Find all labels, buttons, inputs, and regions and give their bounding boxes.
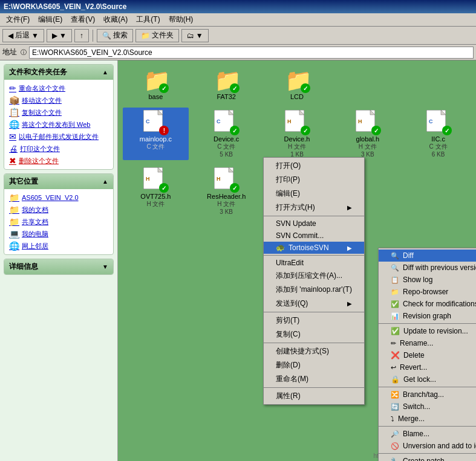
task-print[interactable]: 🖨 打印这个文件 (9, 143, 108, 155)
log-icon: 📋 (391, 276, 399, 284)
svn-rename[interactable]: ✏ Rename... (379, 337, 476, 349)
svn-revert[interactable]: ↩ Revert... (379, 361, 476, 373)
ctx-create-shortcut[interactable]: 创建快捷方式(S) (264, 344, 364, 358)
ctx-send-to[interactable]: 发送到(Q) ▶ (264, 297, 364, 311)
ctx-tortoise-svn[interactable]: 🐢 TortoiseSVN ▶ (264, 242, 364, 254)
list-item[interactable]: H ✓ OVT725.h H 文件 (123, 165, 189, 218)
list-item[interactable]: 📁 ✓ FAT32 (194, 65, 259, 103)
ctx-add-rar[interactable]: 添加到 'mainloop.rar'(T) (264, 283, 364, 297)
menu-bar: 文件(F) 编辑(E) 查看(V) 收藏(A) 工具(T) 帮助(H) (0, 13, 476, 27)
context-separator (379, 387, 476, 387)
back-dropdown-icon: ▼ (31, 31, 39, 40)
menu-help[interactable]: 帮助(H) (165, 13, 197, 26)
forward-dropdown-icon: ▼ (59, 31, 67, 40)
location-as605[interactable]: 📁 AS605_VEIN_V2.0 (9, 192, 108, 204)
svn-merge[interactable]: ⤵ Merge... (379, 413, 476, 425)
context-separator (264, 216, 364, 216)
file-name: IIC.c (431, 135, 445, 143)
ctx-copy[interactable]: 复制(C) (264, 327, 364, 341)
network-icon: 🌐 (9, 241, 19, 251)
ctx-cut[interactable]: 剪切(T) (264, 314, 364, 327)
folder-icon: 📁 (141, 31, 150, 40)
list-item[interactable]: 📁 ✓ base (123, 65, 189, 103)
svn-branch-tag[interactable]: 🔀 Branch/tag... (379, 388, 476, 401)
menu-tools[interactable]: 工具(T) (132, 13, 163, 26)
ctx-cut-label: 剪切(T) (276, 315, 299, 326)
other-header[interactable]: 其它位置 ▲ (4, 174, 113, 189)
delete-icon: ✖ (9, 156, 16, 166)
context-separator (264, 387, 364, 388)
ctx-rename[interactable]: 重命名(M) (264, 372, 364, 386)
svn-getlock[interactable]: 🔒 Get lock... (379, 373, 476, 385)
submenu-arrow-icon: ▶ (347, 245, 352, 251)
svn-unversion[interactable]: 🚫 Unversion and add to ignore list ▶ (379, 440, 476, 452)
list-item[interactable]: C ✓ IIC.c C 文件 6 KB (405, 108, 471, 160)
tasks-header[interactable]: 文件和文件夹任务 ▲ (4, 65, 113, 80)
publish-icon: 🌐 (9, 120, 19, 129)
svn-delete[interactable]: ❌ Delete (379, 349, 476, 361)
list-item[interactable]: H ✓ global.h H 文件 3 KB (334, 108, 400, 160)
task-rename[interactable]: ✏ 重命名这个文件 (9, 82, 108, 94)
location-sharedocs[interactable]: 📁 共享文档 (9, 216, 108, 228)
svn-switch[interactable]: 🔄 Switch... (379, 401, 476, 413)
ctx-open[interactable]: 打开(O) (264, 159, 364, 173)
list-item[interactable]: C ! mainloop.c C 文件 (123, 108, 189, 160)
location-mycomputer[interactable]: 💻 我的电脑 (9, 228, 108, 240)
task-email[interactable]: ✉ 以电子邮件形式发送此文件 (9, 131, 108, 143)
forward-button[interactable]: ▶ ▼ (47, 29, 72, 42)
task-publish[interactable]: 🌐 将这个文件发布到 Web (9, 118, 108, 131)
menu-file[interactable]: 文件(F) (2, 13, 33, 26)
list-item[interactable]: H ✓ Device.h H 文件 1 KB (264, 108, 330, 160)
search-button[interactable]: 🔍 搜索 (97, 29, 133, 42)
ctx-svn-commit[interactable]: SVN Commit... (264, 230, 364, 242)
other-chevron-icon: ▲ (102, 178, 108, 185)
svn-check-mods[interactable]: ✅ Check for modifications (379, 298, 476, 310)
svg-text:H: H (146, 176, 150, 182)
context-separator (264, 343, 364, 343)
file-name: OVT725.h (140, 193, 171, 200)
ctx-print[interactable]: 打印(P) (264, 173, 364, 187)
ctx-properties[interactable]: 属性(R) (264, 389, 364, 403)
views-dropdown-icon: ▼ (196, 31, 203, 40)
up-button[interactable]: ↑ (74, 29, 89, 42)
svn-blame[interactable]: 🔎 Blame... (379, 428, 476, 440)
ctx-open-with[interactable]: 打开方式(H) ▶ (264, 201, 364, 214)
list-item[interactable]: 📁 ✓ LCD (264, 65, 330, 103)
details-header[interactable]: 详细信息 ▼ (4, 259, 113, 274)
location-mydocs[interactable]: 📁 我的文档 (9, 204, 108, 216)
location-network[interactable]: 🌐 网上邻居 (9, 240, 108, 252)
ctx-add-archive[interactable]: 添加到压缩文件(A)... (264, 269, 364, 283)
svn-create-patch-label: Create patch... (403, 457, 451, 461)
task-copy[interactable]: 📋 复制这个文件 (9, 106, 108, 118)
ctx-svn-update[interactable]: SVN Update (264, 218, 364, 230)
menu-edit[interactable]: 编辑(E) (34, 13, 66, 26)
task-move[interactable]: 📦 移动这个文件 (9, 94, 108, 106)
svn-revision-graph[interactable]: 📊 Revision graph (379, 310, 476, 322)
list-item[interactable]: C ✓ Device.c C 文件 5 KB (194, 108, 259, 160)
address-input[interactable] (29, 47, 474, 59)
file-size: 3 KB (220, 208, 233, 215)
address-bar-icon: ⓘ (21, 48, 27, 57)
svn-repobrowser[interactable]: 📁 Repo-browser (379, 286, 476, 298)
menu-view[interactable]: 查看(V) (67, 13, 99, 26)
list-item[interactable]: H ✓ ResHeader.h H 文件 3 KB (194, 165, 259, 218)
menu-favorites[interactable]: 收藏(A) (100, 13, 131, 26)
svg-text:H: H (358, 118, 362, 124)
task-delete[interactable]: ✖ 删除这个文件 (9, 155, 108, 167)
svn-diff[interactable]: 🔍 Diff (379, 250, 476, 262)
svn-update-revision[interactable]: ✅ Update to revision... (379, 325, 476, 337)
ctx-delete[interactable]: 删除(D) (264, 358, 364, 372)
email-icon: ✉ (9, 132, 16, 141)
folder-button[interactable]: 📁 文件夹 (135, 29, 179, 42)
svn-create-patch[interactable]: 🔧 Create patch... (379, 455, 476, 461)
svn-showlog[interactable]: 📋 Show log (379, 274, 476, 286)
merge-icon: ⤵ (391, 415, 394, 422)
repo-icon: 📁 (391, 288, 399, 296)
back-button[interactable]: ◀ 后退 ▼ (2, 29, 44, 42)
views-button[interactable]: 🗂 ▼ (181, 29, 209, 42)
ctx-ultraedit[interactable]: UltraEdit (264, 257, 364, 269)
svn-diff-prev[interactable]: 🔍 Diff with previous version (379, 262, 476, 274)
ctx-edit[interactable]: 编辑(E) (264, 187, 364, 201)
file-size: 6 KB (432, 151, 445, 158)
ctx-rename-label: 重命名(M) (276, 374, 308, 384)
